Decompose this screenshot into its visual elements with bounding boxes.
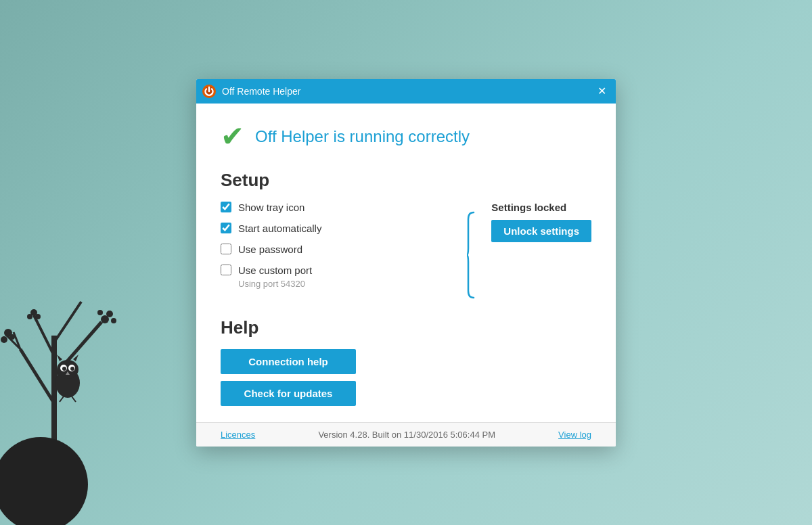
svg-point-20: [68, 365, 75, 371]
svg-point-15: [27, 314, 32, 319]
checkbox-row-port: Use custom port: [221, 265, 452, 276]
svg-line-6: [14, 332, 20, 349]
svg-point-13: [111, 318, 116, 323]
svg-marker-24: [73, 355, 78, 361]
svg-point-9: [9, 334, 15, 340]
locked-panel: Settings locked Unlock settings: [466, 202, 591, 242]
connection-help-button[interactable]: Connection help: [221, 349, 356, 374]
status-check-icon: ✔: [221, 122, 244, 151]
settings-brace-icon: [466, 211, 475, 299]
setup-body: Show tray icon Start automatically Use p…: [221, 202, 591, 298]
locked-content: Settings locked Unlock settings: [491, 202, 591, 242]
app-window: Off Remote Helper ✕ ✔ Off Helper is runn…: [196, 79, 616, 447]
svg-point-19: [60, 365, 67, 371]
port-info: Using port 54320: [238, 279, 452, 289]
svg-point-16: [35, 314, 41, 319]
checkbox-row-auto: Start automatically: [221, 223, 452, 234]
check-updates-button[interactable]: Check for updates: [221, 381, 356, 406]
setup-heading: Setup: [221, 170, 591, 191]
help-section: Help Connection help Check for updates: [221, 317, 591, 406]
licences-link[interactable]: Licences: [221, 430, 255, 440]
svg-point-8: [1, 336, 7, 343]
window-title: Off Remote Helper: [222, 86, 593, 97]
svg-point-17: [55, 368, 80, 398]
checkbox-port-label[interactable]: Use custom port: [238, 265, 312, 276]
checkbox-start-auto[interactable]: [221, 223, 231, 233]
svg-line-4: [54, 302, 81, 342]
svg-marker-23: [57, 355, 62, 361]
status-text: Off Helper is running correctly: [255, 127, 470, 146]
checkbox-auto-label[interactable]: Start automatically: [238, 223, 321, 234]
status-row: ✔ Off Helper is running correctly: [221, 122, 591, 151]
checkbox-use-password[interactable]: [221, 244, 231, 254]
version-text: Version 4.28. Built on 11/30/2016 5:06:4…: [318, 430, 495, 440]
checkbox-tray-label[interactable]: Show tray icon: [238, 202, 304, 213]
checkbox-custom-port[interactable]: [221, 265, 231, 275]
checkboxes-col: Show tray icon Start automatically Use p…: [221, 202, 452, 298]
locked-title: Settings locked: [491, 202, 591, 213]
setup-section: Setup Show tray icon Start automatically…: [221, 170, 591, 298]
svg-point-21: [62, 367, 66, 371]
svg-point-12: [97, 310, 103, 315]
footer: Licences Version 4.28. Built on 11/30/20…: [196, 422, 616, 447]
unlock-settings-button[interactable]: Unlock settings: [491, 220, 591, 242]
svg-point-22: [70, 367, 74, 371]
svg-line-26: [60, 396, 64, 402]
svg-point-10: [101, 315, 109, 323]
svg-point-7: [4, 329, 12, 337]
svg-point-11: [106, 311, 113, 317]
svg-point-18: [57, 360, 78, 379]
checkbox-tray-icon[interactable]: [221, 202, 231, 212]
checkbox-row-pass: Use password: [221, 244, 452, 255]
help-heading: Help: [221, 317, 591, 338]
close-button[interactable]: ✕: [593, 85, 610, 98]
window-content: ✔ Off Helper is running correctly Setup …: [196, 104, 616, 422]
checkbox-pass-label[interactable]: Use password: [238, 244, 302, 255]
svg-line-27: [72, 396, 76, 402]
svg-marker-25: [66, 371, 70, 375]
svg-line-1: [20, 349, 54, 403]
svg-point-14: [30, 309, 37, 316]
bg-decoration: [0, 437, 88, 525]
view-log-link[interactable]: View log: [558, 430, 591, 440]
svg-line-2: [54, 322, 102, 376]
svg-line-3: [34, 315, 54, 356]
svg-line-5: [7, 336, 20, 349]
checkbox-row-tray: Show tray icon: [221, 202, 452, 213]
app-icon: [202, 84, 217, 99]
title-bar: Off Remote Helper ✕: [196, 79, 616, 104]
